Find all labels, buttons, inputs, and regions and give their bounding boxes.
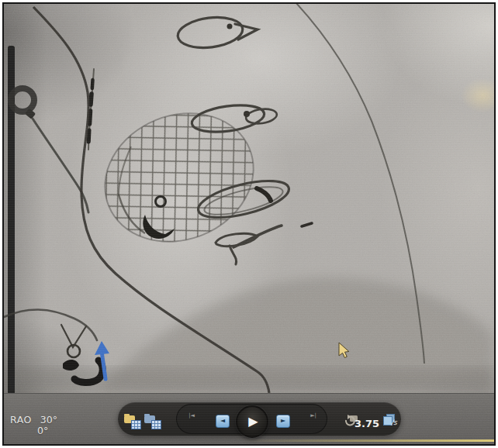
play-icon: ▶ — [248, 414, 258, 429]
fluoroscopy-viewer-frame: RAO30° 0° |◄ ◄ ► ►| ▶ — [2, 2, 496, 446]
load-series-button[interactable] — [124, 415, 141, 429]
cine-toolbar: |◄ ◄ ► ►| ▶ 3.75 /s — [118, 402, 401, 436]
mouse-cursor — [338, 343, 354, 361]
grid-thumbnail-icon — [151, 420, 161, 429]
secondary-angle: 0° — [37, 425, 48, 436]
xray-canvas — [4, 4, 494, 444]
series-layout-button[interactable] — [144, 415, 161, 429]
next-frame-button[interactable]: ► — [276, 415, 290, 428]
projection-label: RAO — [10, 414, 32, 426]
step-forward-icon: ► — [281, 417, 285, 424]
first-frame-button[interactable]: |◄ — [183, 410, 200, 432]
step-back-icon: ◄ — [220, 417, 225, 424]
noise-overlay — [4, 4, 494, 444]
frame-rate-value[interactable]: 3.75 — [353, 418, 381, 429]
play-button[interactable]: ▶ — [236, 405, 268, 438]
skip-to-first-icon: |◄ — [183, 413, 200, 419]
skip-to-last-icon: ►| — [305, 413, 322, 419]
fps-unit-label: /s — [391, 419, 397, 426]
last-frame-button[interactable]: ►| — [305, 410, 322, 432]
grid-thumbnail-icon — [131, 420, 141, 429]
previous-frame-button[interactable]: ◄ — [216, 415, 230, 428]
screenshot-page: RAO30° 0° |◄ ◄ ► ►| ▶ — [0, 0, 498, 448]
angle-readout: RAO30° 0° — [10, 415, 57, 436]
primary-angle: 30° — [40, 414, 57, 426]
frame-rate-button[interactable]: /s — [382, 414, 400, 429]
